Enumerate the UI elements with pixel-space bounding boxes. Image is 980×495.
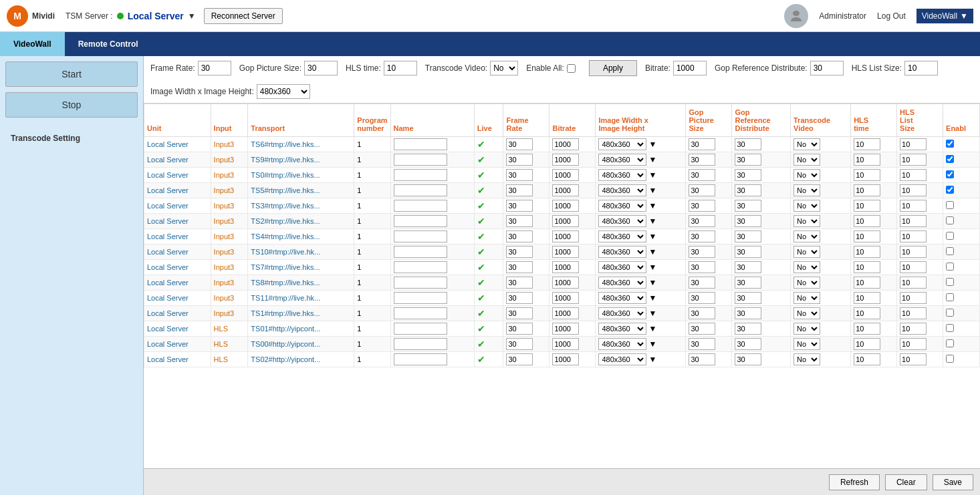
stop-button[interactable]: Stop [5, 92, 138, 118]
row-gop-pic-input[interactable] [689, 184, 715, 196]
row-frame-rate-input[interactable] [506, 307, 533, 319]
row-hls-list-input[interactable] [900, 323, 927, 335]
name-input[interactable] [394, 338, 447, 350]
row-enable-checkbox[interactable] [946, 140, 954, 148]
row-gop-ref-input[interactable] [735, 323, 761, 335]
row-transcode-select[interactable]: NoYes [793, 169, 820, 181]
row-hls-list-input[interactable] [900, 353, 927, 365]
row-hls-list-input[interactable] [900, 154, 927, 166]
row-hls-time-input[interactable] [854, 154, 880, 166]
row-image-wh-select[interactable]: 480x360640x4801280x720 [598, 307, 646, 319]
row-gop-pic-input[interactable] [689, 169, 715, 181]
row-gop-pic-input[interactable] [689, 230, 715, 242]
row-gop-ref-input[interactable] [735, 169, 761, 181]
row-transcode-select[interactable]: NoYes [793, 261, 820, 273]
row-gop-pic-input[interactable] [689, 246, 715, 258]
row-transcode-select[interactable]: NoYes [793, 200, 820, 212]
row-gop-pic-input[interactable] [689, 338, 715, 350]
hls-time-input[interactable] [384, 61, 417, 75]
row-transcode-select[interactable]: NoYes [793, 230, 820, 242]
row-transcode-select[interactable]: NoYes [793, 307, 820, 319]
row-bitrate-input[interactable] [552, 323, 579, 335]
row-gop-ref-input[interactable] [735, 154, 761, 166]
row-frame-rate-input[interactable] [506, 138, 533, 150]
name-input[interactable] [394, 169, 447, 181]
row-transcode-select[interactable]: NoYes [793, 292, 820, 304]
name-input[interactable] [394, 261, 447, 273]
row-transcode-select[interactable]: NoYes [793, 277, 820, 289]
row-gop-ref-input[interactable] [735, 307, 761, 319]
row-frame-rate-input[interactable] [506, 169, 533, 181]
row-transcode-select[interactable]: NoYes [793, 323, 820, 335]
row-image-wh-select[interactable]: 480x360640x4801280x720 [598, 261, 646, 273]
row-enable-checkbox[interactable] [946, 232, 954, 240]
row-hls-time-input[interactable] [854, 261, 880, 273]
tab-videowall[interactable]: VideoWall [0, 32, 65, 56]
row-image-wh-select[interactable]: 480x360640x4801280x720 [598, 230, 646, 242]
row-hls-time-input[interactable] [854, 230, 880, 242]
row-hls-list-input[interactable] [900, 246, 927, 258]
name-input[interactable] [394, 353, 447, 365]
row-hls-list-input[interactable] [900, 261, 927, 273]
row-enable-checkbox[interactable] [946, 293, 954, 301]
row-gop-pic-input[interactable] [689, 292, 715, 304]
row-frame-rate-input[interactable] [506, 215, 533, 227]
row-hls-time-input[interactable] [854, 323, 880, 335]
row-image-wh-select[interactable]: 480x360640x4801280x720 [598, 353, 646, 365]
row-image-wh-select[interactable]: 480x360640x4801280x720 [598, 215, 646, 227]
row-gop-ref-input[interactable] [735, 246, 761, 258]
row-gop-pic-input[interactable] [689, 154, 715, 166]
row-enable-checkbox[interactable] [946, 324, 954, 332]
name-input[interactable] [394, 154, 447, 166]
row-enable-checkbox[interactable] [946, 278, 954, 286]
row-enable-checkbox[interactable] [946, 247, 954, 255]
row-enable-checkbox[interactable] [946, 155, 954, 163]
row-frame-rate-input[interactable] [506, 154, 533, 166]
row-hls-time-input[interactable] [854, 169, 880, 181]
row-gop-ref-input[interactable] [735, 184, 761, 196]
row-frame-rate-input[interactable] [506, 230, 533, 242]
name-input[interactable] [394, 246, 447, 258]
row-image-wh-select[interactable]: 480x360640x4801280x720 [598, 292, 646, 304]
name-input[interactable] [394, 184, 447, 196]
row-gop-pic-input[interactable] [689, 200, 715, 212]
row-bitrate-input[interactable] [552, 307, 579, 319]
row-gop-pic-input[interactable] [689, 138, 715, 150]
row-gop-pic-input[interactable] [689, 307, 715, 319]
row-hls-time-input[interactable] [854, 184, 880, 196]
row-hls-list-input[interactable] [900, 138, 927, 150]
row-hls-time-input[interactable] [854, 353, 880, 365]
row-hls-list-input[interactable] [900, 292, 927, 304]
row-transcode-select[interactable]: NoYes [793, 338, 820, 350]
row-transcode-select[interactable]: NoYes [793, 154, 820, 166]
row-hls-list-input[interactable] [900, 200, 927, 212]
row-enable-checkbox[interactable] [946, 339, 954, 347]
save-button[interactable]: Save [933, 474, 973, 490]
row-frame-rate-input[interactable] [506, 200, 533, 212]
row-enable-checkbox[interactable] [946, 355, 954, 363]
row-frame-rate-input[interactable] [506, 353, 533, 365]
name-input[interactable] [394, 230, 447, 242]
row-image-wh-select[interactable]: 480x360640x4801280x720 [598, 138, 646, 150]
table-container[interactable]: Unit Input Transport Programnumber Name … [144, 104, 980, 468]
row-frame-rate-input[interactable] [506, 261, 533, 273]
row-bitrate-input[interactable] [552, 169, 579, 181]
apply-button[interactable]: Apply [589, 60, 637, 76]
row-gop-ref-input[interactable] [735, 292, 761, 304]
tab-remote-control[interactable]: Remote Control [65, 32, 152, 56]
row-frame-rate-input[interactable] [506, 292, 533, 304]
row-enable-checkbox[interactable] [946, 201, 954, 209]
clear-button[interactable]: Clear [885, 474, 927, 490]
row-enable-checkbox[interactable] [946, 309, 954, 317]
row-hls-list-input[interactable] [900, 169, 927, 181]
row-hls-time-input[interactable] [854, 277, 880, 289]
name-input[interactable] [394, 323, 447, 335]
row-frame-rate-input[interactable] [506, 246, 533, 258]
row-image-wh-select[interactable]: 480x360640x4801280x720 [598, 200, 646, 212]
row-image-wh-select[interactable]: 480x360640x4801280x720 [598, 154, 646, 166]
row-hls-time-input[interactable] [854, 200, 880, 212]
name-input[interactable] [394, 138, 447, 150]
row-transcode-select[interactable]: NoYes [793, 353, 820, 365]
row-hls-time-input[interactable] [854, 338, 880, 350]
row-hls-time-input[interactable] [854, 215, 880, 227]
